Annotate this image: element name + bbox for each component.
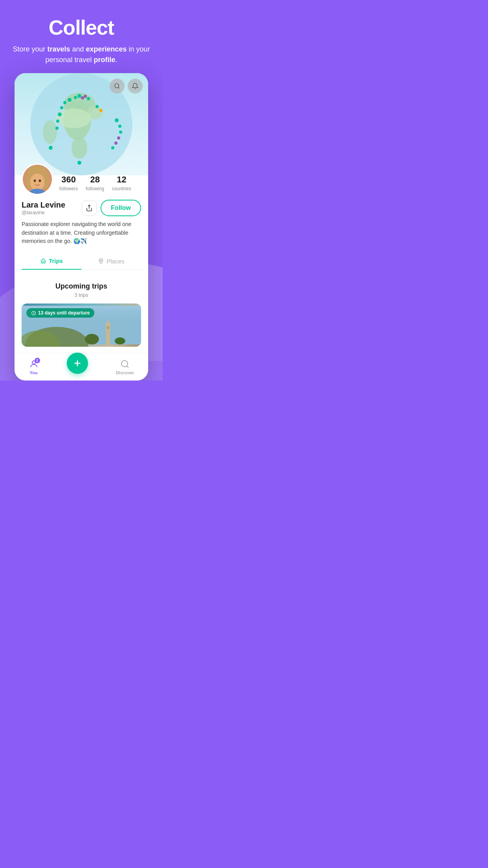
svg-point-19 (99, 109, 103, 112)
following-stat: 28 following (86, 175, 104, 192)
trip-card[interactable]: 13 days until departure (22, 303, 141, 347)
stats-row: 360 followers 28 following 12 countries (59, 175, 131, 195)
notification-button[interactable] (128, 79, 143, 94)
svg-point-13 (63, 101, 66, 104)
svg-point-14 (60, 106, 63, 109)
countries-stat: 12 countries (112, 175, 131, 192)
followers-label: followers (59, 186, 78, 191)
user-info-row: Lara Levine @laravine Follow (22, 200, 141, 216)
you-badge: 2 (35, 358, 40, 363)
svg-point-35 (39, 179, 41, 182)
page-title: Collect (12, 16, 151, 39)
user-handle: @laravine (22, 210, 65, 215)
svg-rect-44 (107, 326, 109, 329)
followers-count: 360 (59, 175, 78, 185)
svg-point-23 (117, 136, 120, 140)
svg-point-25 (111, 146, 114, 149)
svg-point-18 (95, 105, 99, 108)
svg-point-11 (84, 95, 87, 98)
following-label: following (86, 186, 104, 191)
svg-point-34 (34, 179, 36, 182)
svg-point-45 (85, 334, 99, 344)
search-button[interactable] (110, 79, 125, 94)
you-label: You (30, 370, 38, 375)
tab-trips[interactable]: Trips (22, 253, 81, 270)
following-count: 28 (86, 175, 104, 185)
action-buttons: Follow (82, 200, 141, 216)
svg-point-9 (77, 94, 81, 98)
svg-point-26 (49, 146, 53, 150)
svg-point-46 (115, 337, 125, 344)
trips-count: 3 trips (22, 292, 141, 298)
profile-section: 360 followers 28 following 12 countries (15, 164, 148, 282)
bio-text: Passionate explorer navigating the world… (22, 220, 141, 246)
trips-heading: Upcoming trips (22, 282, 141, 291)
profile-tabs: Trips Places (22, 253, 141, 270)
map-icons (110, 79, 143, 94)
user-names: Lara Levine @laravine (22, 200, 65, 215)
svg-point-4 (72, 137, 87, 159)
share-button[interactable] (82, 200, 97, 215)
svg-point-10 (81, 96, 84, 99)
svg-point-24 (114, 142, 117, 145)
nav-you[interactable]: 2 You (29, 359, 39, 375)
avatar-image (23, 165, 52, 194)
bottom-nav: 2 You Discover (15, 353, 148, 381)
svg-point-52 (121, 360, 128, 367)
svg-point-8 (74, 96, 77, 99)
svg-point-20 (115, 118, 119, 122)
discover-icon (120, 359, 130, 369)
trips-section: Upcoming trips 3 trips (15, 282, 148, 353)
map-area (15, 73, 148, 175)
add-button[interactable] (67, 353, 88, 374)
svg-point-33 (30, 173, 45, 191)
svg-point-7 (68, 98, 72, 102)
trip-departure-badge: 13 days until departure (26, 308, 94, 318)
page-subtitle: Store your travels and experiences in yo… (12, 44, 151, 65)
svg-point-5 (43, 120, 57, 144)
svg-point-12 (87, 97, 90, 100)
discover-label: Discover (116, 370, 134, 375)
user-name: Lara Levine (22, 200, 65, 210)
svg-point-15 (58, 112, 62, 116)
countries-count: 12 (112, 175, 131, 185)
svg-point-16 (56, 120, 59, 123)
you-icon: 2 (29, 359, 39, 369)
phone-card: 360 followers 28 following 12 countries (15, 73, 148, 381)
svg-point-6 (56, 108, 91, 128)
followers-stat: 360 followers (59, 175, 78, 192)
header-section: Collect Store your travels and experienc… (0, 0, 163, 73)
countries-label: countries (112, 186, 131, 191)
svg-point-28 (115, 84, 119, 88)
svg-point-22 (119, 131, 122, 134)
svg-point-27 (77, 161, 81, 165)
follow-button[interactable]: Follow (101, 200, 141, 216)
avatar (22, 164, 53, 195)
tab-places[interactable]: Places (81, 253, 141, 269)
nav-discover[interactable]: Discover (116, 359, 134, 375)
svg-point-38 (100, 260, 102, 261)
svg-point-21 (118, 125, 121, 128)
svg-point-17 (55, 127, 59, 130)
